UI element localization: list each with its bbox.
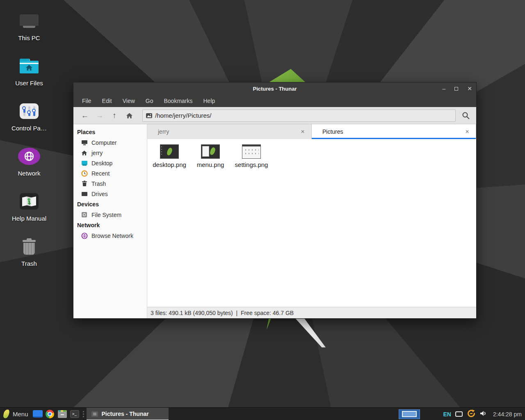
tab-close-icon[interactable]: ✕ xyxy=(463,128,471,135)
start-menu-button[interactable]: Menu xyxy=(0,408,32,420)
search-button[interactable] xyxy=(460,110,472,122)
search-icon xyxy=(462,112,470,120)
control-panel-icon xyxy=(20,101,39,121)
sidebar-item-label: Recent xyxy=(91,170,110,177)
network-globe-icon xyxy=(18,146,40,167)
update-manager-icon[interactable] xyxy=(467,409,476,420)
file-manager-launcher[interactable] xyxy=(56,408,68,420)
sidebar-item-label: Drives xyxy=(91,191,108,197)
panel-handle[interactable] xyxy=(82,408,86,420)
sidebar-item-label: File System xyxy=(91,212,121,218)
menu-bar: File Edit View Go Bookmarks Help xyxy=(73,95,476,107)
sidebar-item-label: jerry xyxy=(91,150,103,156)
sidebar-header-network: Network xyxy=(73,220,147,231)
home-folder-icon xyxy=(20,56,39,76)
mint-logo-icon xyxy=(3,409,10,419)
back-button[interactable]: ← xyxy=(78,109,92,122)
sidebar-item-computer[interactable]: Computer xyxy=(73,137,147,148)
desktop-icon-control-panel[interactable]: Control Pa… xyxy=(0,101,58,132)
desktop-icon-network[interactable]: Network xyxy=(0,146,58,177)
sidebar-item-desktop[interactable]: Desktop xyxy=(73,158,147,168)
hard-disk-icon xyxy=(81,211,88,218)
task-button-label: Pictures - Thunar xyxy=(102,411,149,417)
sidebar-item-file-system[interactable]: File System xyxy=(73,210,147,220)
sidebar-item-recent[interactable]: Recent xyxy=(73,168,147,178)
show-desktop-button[interactable] xyxy=(32,408,44,420)
file-item-desktop-png[interactable]: desktop.png xyxy=(149,142,190,168)
display-tray-icon[interactable] xyxy=(455,411,463,417)
volume-icon[interactable] xyxy=(480,410,487,418)
path-bar[interactable]: /home/jerry/Pictures/ xyxy=(142,110,456,122)
sidebar-item-label: Browse Network xyxy=(91,233,133,239)
terminal-launcher[interactable]: >_ xyxy=(68,408,81,420)
file-view[interactable]: desktop.png menu.png settings.png xyxy=(147,139,476,307)
mint-logo-blade xyxy=(294,319,326,347)
chrome-launcher[interactable] xyxy=(44,408,56,420)
menu-help[interactable]: Help xyxy=(203,98,215,104)
close-button[interactable]: ✕ xyxy=(467,86,472,91)
window-titlebar[interactable]: Pictures - Thunar – ✕ xyxy=(73,82,476,95)
home-icon xyxy=(126,112,133,119)
forward-button[interactable]: → xyxy=(92,109,107,122)
window-title: Pictures - Thunar xyxy=(73,86,476,92)
desktop-icon-label: Network xyxy=(18,170,40,177)
workspace-switcher[interactable] xyxy=(399,409,420,419)
mint-logo-peak xyxy=(269,69,306,82)
sidebar-item-label: Desktop xyxy=(91,160,112,167)
minimize-button[interactable]: – xyxy=(442,86,445,91)
keyboard-layout-indicator[interactable]: EN xyxy=(443,411,451,418)
file-cabinet-icon xyxy=(58,410,67,418)
desktop-icon-label: This PC xyxy=(18,34,40,41)
sidebar-item-trash[interactable]: Trash xyxy=(73,178,147,189)
drive-icon xyxy=(81,190,88,197)
file-item-menu-png[interactable]: menu.png xyxy=(190,142,231,168)
desktop-icon-label: Trash xyxy=(21,260,37,267)
desktop-icon-trash[interactable]: Trash xyxy=(0,236,58,267)
tab-jerry[interactable]: jerry ✕ xyxy=(147,124,312,139)
show-desktop-icon xyxy=(33,410,43,418)
trash-icon xyxy=(81,180,88,187)
menu-bookmarks[interactable]: Bookmarks xyxy=(164,98,192,104)
desktop-icon-user-files[interactable]: User Files xyxy=(0,56,58,87)
file-name: menu.png xyxy=(197,161,224,168)
thunar-icon xyxy=(91,411,98,417)
task-button-thunar[interactable]: Pictures - Thunar xyxy=(87,408,169,420)
home-icon xyxy=(81,149,88,156)
terminal-icon: >_ xyxy=(70,410,79,418)
sidebar-item-jerry[interactable]: jerry xyxy=(73,148,147,158)
desktop-icon-label: Control Pa… xyxy=(11,125,47,132)
tab-close-icon[interactable]: ✕ xyxy=(299,128,306,135)
tab-pictures[interactable]: Pictures ✕ xyxy=(312,124,476,139)
toolbar: ← → ↑ /home/jerry/Pictures/ xyxy=(73,107,476,124)
sidebar-item-browse-network[interactable]: Browse Network xyxy=(73,231,147,241)
home-button[interactable] xyxy=(122,109,137,122)
desktop-icon-label: User Files xyxy=(15,80,43,87)
status-bar: 3 files: 490.1 kB (490,050 bytes) | Free… xyxy=(147,307,476,318)
desktop-wallpaper: This PC User Files Control Pa… xyxy=(0,0,525,420)
trash-icon xyxy=(23,236,36,257)
menu-view[interactable]: View xyxy=(123,98,135,104)
workspace-1[interactable] xyxy=(402,411,417,417)
mint-logo-sliver xyxy=(267,319,273,330)
path-text: /home/jerry/Pictures/ xyxy=(155,112,212,119)
tab-label: jerry xyxy=(152,128,299,135)
up-button[interactable]: ↑ xyxy=(107,109,122,122)
desktop-icon-help-manual[interactable]: Help Manual xyxy=(0,191,58,222)
file-name: settings.png xyxy=(235,161,268,168)
file-item-settings-png[interactable]: settings.png xyxy=(231,142,272,168)
status-text: 3 files: 490.1 kB (490,050 bytes) | Free… xyxy=(151,310,294,316)
sidebar-item-label: Computer xyxy=(91,139,116,146)
clock-icon xyxy=(81,170,88,177)
tab-label: Pictures xyxy=(317,128,463,135)
clock[interactable]: 2:44:28 pm xyxy=(491,411,522,418)
file-name: desktop.png xyxy=(153,161,186,168)
sidebar: Places Computer jerry xyxy=(73,124,147,318)
maximize-button[interactable] xyxy=(454,87,458,91)
menu-file[interactable]: File xyxy=(82,98,91,104)
menu-go[interactable]: Go xyxy=(146,98,153,104)
sidebar-item-drives[interactable]: Drives xyxy=(73,189,147,199)
menu-edit[interactable]: Edit xyxy=(102,98,112,104)
help-manual-icon xyxy=(20,191,39,212)
desktop-icon-this-pc[interactable]: This PC xyxy=(0,11,58,41)
taskbar: Menu >_ Pictures - Thunar EN xyxy=(0,407,525,420)
